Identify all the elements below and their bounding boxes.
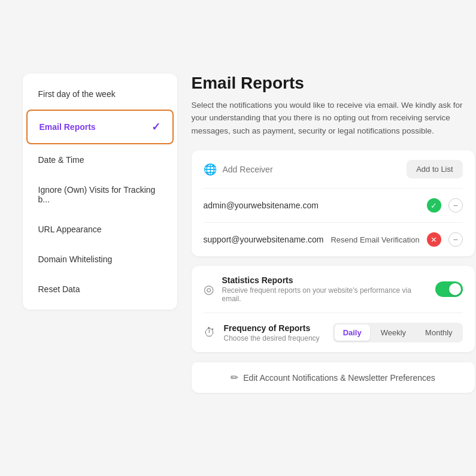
remove-email-button[interactable]: −	[448, 198, 463, 213]
sidebar-item-first-day[interactable]: First day of the week	[26, 80, 174, 108]
add-receiver-row: 🌐 Add to List	[192, 150, 475, 188]
clock-icon: ⏱	[204, 326, 216, 339]
sidebar-item-ignore-visits[interactable]: Ignore (Own) Visits for Tracking b...	[26, 175, 174, 214]
email-row: admin@yourwebsitename.com✓−	[192, 189, 475, 222]
frequency-btn-daily[interactable]: Daily	[335, 325, 370, 341]
frequency-label: Frequency of Reports	[224, 323, 325, 333]
statistics-text: Statistics Reports Receive frequent repo…	[222, 275, 427, 303]
globe-icon: 🌐	[204, 163, 217, 176]
sidebar-item-domain-whitelisting[interactable]: Domain Whitelisting	[26, 245, 174, 274]
frequency-buttons: DailyWeeklyMonthly	[333, 323, 463, 342]
sidebar-item-label: Domain Whitelisting	[38, 254, 113, 264]
spinner-icon: ◎	[204, 282, 214, 296]
main-content: Email Reports Select the notifications y…	[192, 74, 475, 403]
frequency-text: Frequency of Reports Choose the desired …	[224, 323, 325, 342]
statistics-row: ◎ Statistics Reports Receive frequent re…	[192, 266, 475, 313]
sidebar-item-label: Ignore (Own) Visits for Tracking b...	[38, 185, 162, 204]
sidebar-item-email-reports[interactable]: Email Reports✓	[26, 110, 174, 144]
statistics-label: Statistics Reports	[222, 275, 427, 285]
edit-notifications-link[interactable]: Edit Account Notifications & Newsletter …	[243, 373, 435, 383]
sidebar-item-label: Email Reports	[40, 122, 96, 132]
email-address: support@yourwebsitename.com	[204, 235, 324, 244]
add-receiver-input[interactable]	[223, 165, 407, 174]
statistics-sublabel: Receive frequent reports on your website…	[222, 286, 427, 303]
pencil-icon: ✏	[231, 372, 238, 383]
add-to-list-button[interactable]: Add to List	[407, 160, 462, 178]
frequency-btn-weekly[interactable]: Weekly	[372, 325, 414, 341]
edit-notifications-card: ✏ Edit Account Notifications & Newslette…	[192, 362, 475, 393]
sidebar-item-url-appearance[interactable]: URL Appearance	[26, 215, 174, 244]
email-address: admin@yourwebsitename.com	[204, 201, 420, 210]
page-title: Email Reports	[192, 74, 475, 93]
sidebar: First day of the weekEmail Reports✓Date …	[23, 74, 177, 310]
add-receiver-left: 🌐	[204, 163, 407, 176]
email-list: admin@yourwebsitename.com✓−support@yourw…	[192, 189, 475, 256]
statistics-toggle[interactable]	[435, 281, 463, 297]
frequency-sublabel: Choose the desired frequency	[224, 334, 325, 342]
page-description: Select the notifications you would like …	[192, 99, 467, 138]
edit-notifications-row: ✏ Edit Account Notifications & Newslette…	[192, 362, 475, 393]
resend-verification-button[interactable]: Resend Email Verification	[331, 235, 419, 244]
sidebar-item-reset-data[interactable]: Reset Data	[26, 275, 174, 304]
sidebar-item-label: URL Appearance	[38, 225, 102, 234]
active-check-icon: ✓	[151, 120, 160, 134]
frequency-btn-monthly[interactable]: Monthly	[417, 325, 461, 341]
sidebar-item-label: Date & Time	[38, 155, 84, 165]
remove-email-button[interactable]: −	[448, 232, 463, 247]
add-receiver-card: 🌐 Add to List admin@yourwebsitename.com✓…	[192, 150, 475, 256]
email-row: support@yourwebsitename.comResend Email …	[192, 223, 475, 256]
sidebar-item-date-time[interactable]: Date & Time	[26, 145, 174, 174]
settings-card: ◎ Statistics Reports Receive frequent re…	[192, 266, 475, 352]
sidebar-item-label: Reset Data	[38, 284, 80, 294]
verified-icon: ✓	[427, 198, 441, 213]
sidebar-item-label: First day of the week	[38, 89, 116, 99]
frequency-row: ⏱ Frequency of Reports Choose the desire…	[192, 313, 475, 352]
unverified-icon: ✕	[427, 232, 441, 247]
